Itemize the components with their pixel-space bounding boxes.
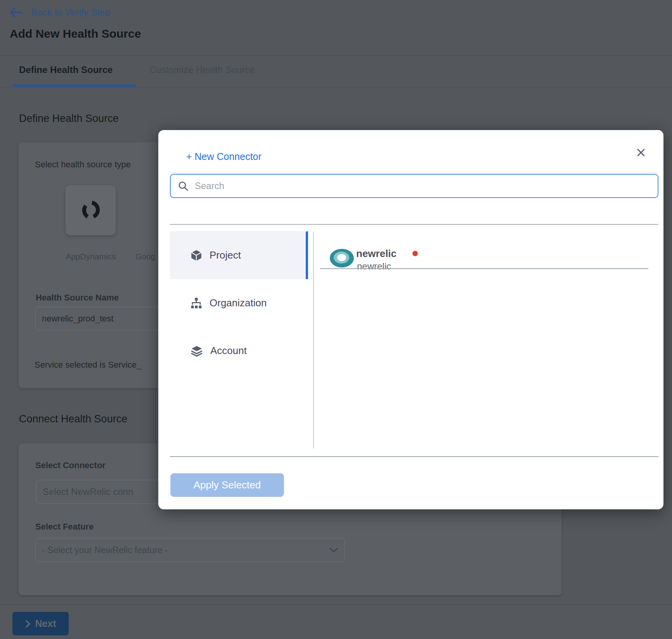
connector-row-divider bbox=[320, 268, 648, 269]
new-connector-link[interactable]: + New Connector bbox=[186, 151, 262, 162]
header-divider bbox=[0, 56, 672, 56]
search-top-line bbox=[170, 173, 658, 173]
connector-select-modal: + New Connector bbox=[158, 130, 663, 509]
search-icon bbox=[178, 181, 189, 191]
page-title: Add New Health Source bbox=[10, 27, 141, 40]
cube-icon bbox=[190, 249, 203, 262]
scope-item-organization[interactable]: Organization bbox=[170, 279, 308, 327]
define-section-heading: Define Health Source bbox=[19, 113, 119, 125]
tab-define-health-source[interactable]: Define Health Source bbox=[19, 64, 113, 75]
tab-customize-health-source[interactable]: Customize Health Source bbox=[149, 64, 255, 75]
health-source-name-label: Health Source Name bbox=[36, 293, 119, 303]
connect-section-heading: Connect Health Source bbox=[19, 413, 127, 425]
search-input[interactable] bbox=[194, 180, 658, 192]
connector-id: newrelic bbox=[357, 261, 391, 272]
appdynamics-icon bbox=[81, 201, 100, 219]
back-to-verify-link[interactable]: Back to Verify Step bbox=[31, 7, 110, 18]
scope-project-label: Project bbox=[210, 249, 241, 261]
active-tab-underline bbox=[12, 84, 136, 87]
layers-icon bbox=[190, 345, 203, 357]
footer-bar bbox=[0, 604, 672, 639]
select-feature-dropdown[interactable]: - Select your NewRelic feature - bbox=[35, 538, 345, 562]
next-button-label: Next bbox=[35, 618, 56, 629]
select-feature-placeholder: - Select your NewRelic feature - bbox=[42, 545, 168, 556]
service-selected-text: Service selected is Service_ bbox=[35, 360, 141, 370]
select-feature-label: Select Feature bbox=[35, 522, 94, 532]
org-chart-icon bbox=[190, 297, 203, 309]
close-icon[interactable] bbox=[632, 144, 649, 161]
search-box bbox=[170, 174, 658, 198]
scope-item-project[interactable]: Project bbox=[170, 231, 308, 279]
tabbar-divider bbox=[0, 87, 672, 87]
select-connector-label: Select Connector bbox=[35, 460, 106, 471]
source-type-label: Select health source type bbox=[35, 160, 131, 170]
status-dot bbox=[412, 251, 418, 256]
scope-organization-label: Organization bbox=[210, 297, 267, 309]
apply-selected-button[interactable]: Apply Selected bbox=[170, 473, 284, 497]
scope-item-account[interactable]: Account bbox=[170, 327, 308, 375]
chevron-right-icon bbox=[25, 620, 31, 628]
back-arrow-icon[interactable] bbox=[9, 7, 23, 18]
footer-divider bbox=[170, 456, 658, 457]
list-top-divider bbox=[170, 224, 658, 225]
scope-account-label: Account bbox=[210, 345, 247, 357]
screen: Back to Verify Step Add New Health Sourc… bbox=[0, 0, 672, 639]
appdynamics-tile[interactable] bbox=[66, 185, 116, 235]
newrelic-connector-icon bbox=[330, 249, 354, 267]
connector-name: newrelic bbox=[356, 248, 397, 260]
next-button[interactable]: Next bbox=[12, 612, 69, 636]
scope-list-divider bbox=[313, 231, 314, 448]
google-tile-label: Goog bbox=[135, 252, 155, 261]
appdynamics-tile-label: AppDynamics bbox=[61, 252, 121, 261]
chevron-down-icon bbox=[329, 547, 338, 553]
